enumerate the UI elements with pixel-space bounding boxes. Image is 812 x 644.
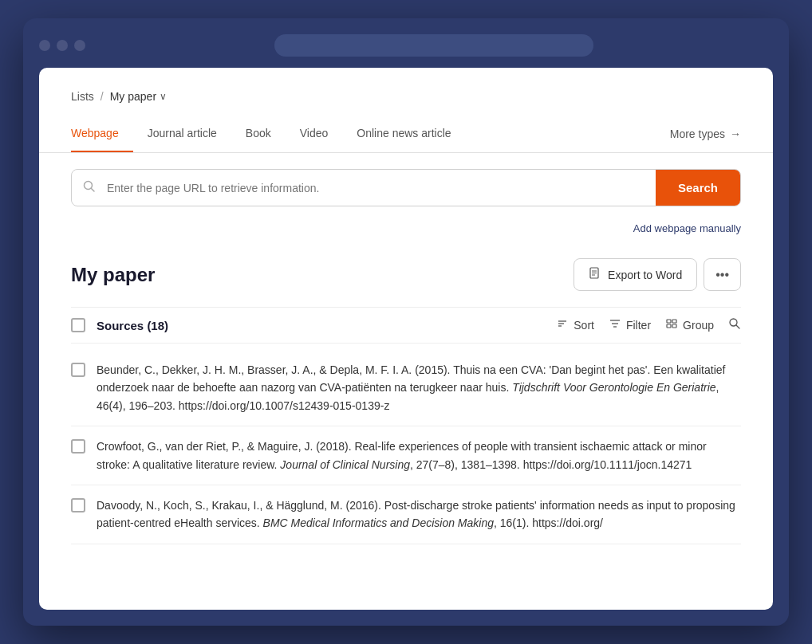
breadcrumb-current-label: My paper <box>110 90 156 103</box>
select-all-checkbox[interactable] <box>71 318 85 332</box>
svg-line-17 <box>736 325 739 328</box>
search-button[interactable]: Search <box>656 170 740 206</box>
more-types-button[interactable]: More types → <box>670 116 741 151</box>
group-label: Group <box>683 319 714 332</box>
svg-rect-15 <box>672 324 676 328</box>
search-section: Search <box>39 153 773 214</box>
tab-online-news-article[interactable]: Online news article <box>342 116 465 152</box>
sort-button[interactable]: Sort <box>556 317 594 333</box>
source-checkbox-1[interactable] <box>71 363 85 377</box>
browser-content: Lists / My paper ∨ Webpage Journal artic… <box>39 68 773 610</box>
tabs-row: Webpage Journal article Book Video Onlin… <box>71 116 741 152</box>
search-input[interactable] <box>107 171 656 206</box>
source-item: Beunder, C., Dekker, J. H. M., Brasser, … <box>71 350 741 426</box>
page-content: Lists / My paper ∨ Webpage Journal artic… <box>39 68 773 610</box>
traffic-light-green <box>74 40 85 51</box>
source-checkbox-2[interactable] <box>71 439 85 454</box>
ellipsis-icon: ••• <box>715 268 729 281</box>
chevron-down-icon: ∨ <box>160 91 167 102</box>
source-text-3: Davoody, N., Koch, S., Krakau, I., & Häg… <box>97 497 741 532</box>
svg-line-1 <box>92 188 95 191</box>
browser-chrome <box>39 34 773 57</box>
paper-header: My paper Export to Wor <box>71 258 741 291</box>
sources-label: Sources (18) <box>97 319 168 332</box>
filter-icon <box>609 317 621 333</box>
source-checkbox-3[interactable] <box>71 498 85 512</box>
source-list: Beunder, C., Dekker, J. H. M., Brasser, … <box>71 350 741 544</box>
breadcrumb-area: Lists / My paper ∨ <box>39 68 773 116</box>
traffic-light-yellow <box>57 40 68 51</box>
more-options-button[interactable]: ••• <box>704 258 741 291</box>
source-text-2: Crowfoot, G., van der Riet, P., & Maguir… <box>97 438 741 473</box>
breadcrumb: Lists / My paper ∨ <box>71 90 741 103</box>
svg-rect-14 <box>667 324 671 328</box>
breadcrumb-lists[interactable]: Lists <box>71 90 94 103</box>
add-manually-link[interactable]: Add webpage manually <box>39 214 773 250</box>
export-to-word-button[interactable]: Export to Word <box>574 258 697 291</box>
arrow-right-icon: → <box>730 128 741 140</box>
document-icon <box>589 267 601 282</box>
svg-rect-12 <box>667 320 671 323</box>
traffic-lights <box>39 40 85 51</box>
sort-label: Sort <box>574 319 594 332</box>
tab-journal-article[interactable]: Journal article <box>133 116 231 152</box>
source-item: Davoody, N., Koch, S., Krakau, I., & Häg… <box>71 485 741 544</box>
browser-window: Lists / My paper ∨ Webpage Journal artic… <box>23 18 789 626</box>
paper-actions: Export to Word ••• <box>574 258 741 291</box>
tabs-section: Webpage Journal article Book Video Onlin… <box>39 116 773 153</box>
traffic-light-red <box>39 40 50 51</box>
tab-book[interactable]: Book <box>231 116 286 152</box>
address-bar <box>274 34 593 57</box>
sources-search-button[interactable] <box>728 317 741 333</box>
search-bar: Search <box>71 169 741 206</box>
sources-search-icon <box>728 317 741 333</box>
source-text-1: Beunder, C., Dekker, J. H. M., Brasser, … <box>97 361 741 414</box>
paper-section: My paper Export to Wor <box>39 250 773 544</box>
search-icon <box>72 180 107 196</box>
toolbar-actions: Sort Filter <box>556 317 741 333</box>
sort-icon <box>556 317 569 333</box>
export-label: Export to Word <box>608 269 682 281</box>
group-button[interactable]: Group <box>665 317 714 333</box>
sources-toolbar: Sources (18) Sort <box>71 307 741 344</box>
filter-button[interactable]: Filter <box>609 317 651 333</box>
source-item: Crowfoot, G., van der Riet, P., & Maguir… <box>71 426 741 485</box>
tab-video[interactable]: Video <box>286 116 343 152</box>
tab-webpage[interactable]: Webpage <box>71 116 133 152</box>
group-icon <box>665 317 678 333</box>
filter-label: Filter <box>626 319 651 332</box>
paper-title: My paper <box>71 264 155 286</box>
breadcrumb-current[interactable]: My paper ∨ <box>110 90 167 103</box>
breadcrumb-separator: / <box>101 90 104 103</box>
more-types-label: More types <box>670 128 725 140</box>
svg-rect-13 <box>672 320 676 323</box>
